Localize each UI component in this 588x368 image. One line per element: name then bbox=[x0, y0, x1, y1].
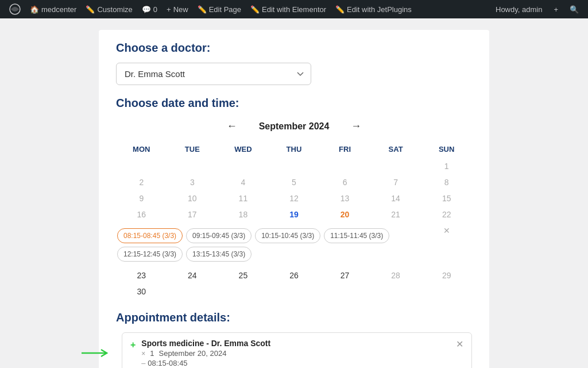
day-6[interactable]: 6 bbox=[319, 174, 370, 190]
timeslot-0815[interactable]: 08:15-08:45 (3/3) bbox=[117, 228, 183, 243]
adminbar-right: Howdy, admin + 🔍 bbox=[491, 0, 583, 18]
day-24[interactable]: 24 bbox=[167, 267, 218, 283]
timeslot-0915[interactable]: 09:15-09:45 (3/3) bbox=[186, 228, 252, 243]
adminbar-edit-jetplugins[interactable]: ✏️ Edit with JetPlugins bbox=[331, 0, 416, 18]
admin-bar: 🏠 medcenter ✏️ Customize 💬 0 + New ✏️ Ed… bbox=[0, 0, 588, 18]
appointment-meta: × 1 September 20, 2024 bbox=[141, 349, 450, 358]
day-empty bbox=[370, 158, 421, 174]
day-17[interactable]: 17 bbox=[167, 206, 218, 223]
timeslot-1315[interactable]: 13:15-13:45 (3/3) bbox=[186, 247, 252, 262]
adminbar-customize[interactable]: ✏️ Customize bbox=[81, 0, 137, 18]
appointment-quantity: 1 bbox=[150, 349, 154, 358]
search-icon: 🔍 bbox=[570, 5, 579, 14]
day-10[interactable]: 10 bbox=[167, 190, 218, 206]
day-9[interactable]: 9 bbox=[116, 190, 167, 206]
adminbar-search[interactable]: 🔍 bbox=[565, 0, 583, 18]
day-13[interactable]: 13 bbox=[319, 190, 370, 206]
elementor-icon: ✏️ bbox=[250, 5, 260, 14]
doctor-dropdown[interactable]: Dr. Emma Scott bbox=[116, 63, 311, 85]
arrow-indicator bbox=[82, 347, 110, 359]
calendar-grid: MON TUE WED THU FRI SAT SUN bbox=[116, 143, 472, 300]
day-23[interactable]: 23 bbox=[116, 267, 167, 283]
weekday-tue: TUE bbox=[167, 143, 218, 158]
day-21[interactable]: 21 bbox=[370, 206, 421, 223]
adminbar-new[interactable]: + New bbox=[162, 0, 193, 18]
day-14[interactable]: 14 bbox=[370, 190, 421, 206]
day-1[interactable]: 1 bbox=[421, 158, 472, 174]
adminbar-edit-elementor[interactable]: ✏️ Edit with Elementor bbox=[246, 0, 331, 18]
timeslots-close-button[interactable]: ✕ bbox=[421, 223, 472, 267]
day-2[interactable]: 2 bbox=[116, 174, 167, 190]
day-empty bbox=[319, 158, 370, 174]
day-7[interactable]: 7 bbox=[370, 174, 421, 190]
timeslot-1115[interactable]: 11:15-11:45 (3/3) bbox=[324, 228, 389, 243]
day-22[interactable]: 22 bbox=[421, 206, 472, 223]
timeslots-wrapper: 08:15-08:45 (3/3) 09:15-09:45 (3/3) 10:1… bbox=[117, 226, 420, 264]
adminbar-add-icon[interactable]: + bbox=[549, 0, 563, 18]
day-15[interactable]: 15 bbox=[421, 190, 472, 206]
day-30[interactable]: 30 bbox=[116, 283, 167, 300]
table-row: 30 bbox=[116, 283, 472, 300]
table-row: 9 10 11 12 13 14 15 bbox=[116, 190, 472, 206]
day-12[interactable]: 12 bbox=[269, 190, 320, 206]
day-3[interactable]: 3 bbox=[167, 174, 218, 190]
weekday-fri: FRI bbox=[319, 143, 370, 158]
calendar-month-year: September 2024 bbox=[259, 121, 330, 132]
home-icon: 🏠 bbox=[30, 5, 39, 14]
choose-doctor-title: Choose a doctor: bbox=[116, 41, 472, 55]
weekday-thu: THU bbox=[269, 143, 320, 158]
table-row: 2 3 4 5 6 7 8 bbox=[116, 174, 472, 190]
weekday-sun: SUN bbox=[421, 143, 472, 158]
adminbar-edit-page[interactable]: ✏️ Edit Page bbox=[193, 0, 246, 18]
day-empty bbox=[370, 283, 421, 300]
day-20[interactable]: 20 bbox=[319, 206, 370, 223]
table-row: 1 bbox=[116, 158, 472, 174]
day-18[interactable]: 18 bbox=[218, 206, 269, 223]
weekday-sat: SAT bbox=[370, 143, 421, 158]
day-16[interactable]: 16 bbox=[116, 206, 167, 223]
timeslots-cell: 08:15-08:45 (3/3) 09:15-09:45 (3/3) 10:1… bbox=[116, 223, 421, 267]
day-19[interactable]: 19 bbox=[269, 206, 320, 223]
comments-icon: 💬 bbox=[142, 5, 151, 14]
day-empty bbox=[167, 158, 218, 174]
day-5[interactable]: 5 bbox=[269, 174, 320, 190]
appointment-item: + Sports medicine - Dr. Emma Scott × 1 S… bbox=[122, 332, 472, 368]
table-row: 16 17 18 19 20 21 22 bbox=[116, 206, 472, 223]
customize-icon: ✏️ bbox=[86, 5, 95, 14]
arrow-right-icon bbox=[82, 347, 110, 359]
day-27[interactable]: 27 bbox=[319, 267, 370, 283]
day-26[interactable]: 26 bbox=[269, 267, 320, 283]
edit-icon: ✏️ bbox=[198, 5, 207, 14]
day-11[interactable]: 11 bbox=[218, 190, 269, 206]
content-area: Choose a doctor: Dr. Emma Scott Choose d… bbox=[99, 30, 489, 368]
calendar-section: Choose date and time: ← September 2024 →… bbox=[116, 97, 472, 300]
day-4[interactable]: 4 bbox=[218, 174, 269, 190]
appointment-close-button[interactable]: ✕ bbox=[456, 339, 463, 350]
day-empty bbox=[116, 158, 167, 174]
day-8[interactable]: 8 bbox=[421, 174, 472, 190]
timeslot-1015[interactable]: 10:15-10:45 (3/3) bbox=[255, 228, 320, 243]
plus-icon: + bbox=[167, 5, 171, 14]
page-wrapper: Choose a doctor: Dr. Emma Scott Choose d… bbox=[0, 18, 588, 368]
adminbar-comments[interactable]: 💬 0 bbox=[137, 0, 162, 18]
next-month-button[interactable]: → bbox=[346, 118, 366, 135]
day-28[interactable]: 28 bbox=[370, 267, 421, 283]
appointment-details-title: Appointment details: bbox=[116, 311, 472, 324]
calendar-weekdays-row: MON TUE WED THU FRI SAT SUN bbox=[116, 143, 472, 158]
prev-month-button[interactable]: ← bbox=[222, 118, 242, 135]
appointment-details-section: Appointment details: + Sports medicine -… bbox=[116, 311, 472, 368]
jetplugins-icon: ✏️ bbox=[335, 5, 345, 14]
table-row: 23 24 25 26 27 28 29 bbox=[116, 267, 472, 283]
weekday-wed: WED bbox=[218, 143, 269, 158]
adminbar-site-name[interactable]: 🏠 medcenter bbox=[25, 0, 81, 18]
appointment-date: September 20, 2024 bbox=[159, 349, 227, 358]
adminbar-wp-logo[interactable] bbox=[5, 0, 25, 18]
day-empty bbox=[269, 158, 320, 174]
day-25[interactable]: 25 bbox=[218, 267, 269, 283]
day-empty bbox=[269, 283, 320, 300]
day-29[interactable]: 29 bbox=[421, 267, 472, 283]
adminbar-howdy[interactable]: Howdy, admin bbox=[491, 0, 547, 18]
timeslot-1215[interactable]: 12:15-12:45 (3/3) bbox=[117, 247, 183, 262]
day-empty bbox=[218, 158, 269, 174]
day-empty bbox=[218, 283, 269, 300]
